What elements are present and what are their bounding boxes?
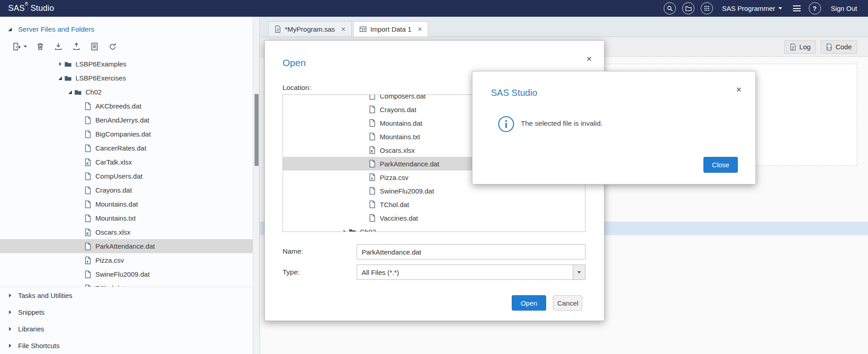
role-dropdown[interactable]: SAS Programmer — [722, 5, 782, 12]
sidebar-scrollbar[interactable] — [253, 17, 259, 354]
left-sidebar: Server Files and Folders — [0, 17, 260, 354]
tree-item-mountains-txt[interactable]: Mountains.txt — [0, 211, 253, 225]
sidebar-section-label: Libraries — [18, 325, 44, 333]
file-item-tchol-dat[interactable]: TChol.dat — [283, 198, 585, 211]
select-dropdown-button[interactable] — [573, 265, 585, 279]
tree-item-label: SwineFlu2009.dat — [95, 270, 150, 278]
sidebar-bottom-sections: Tasks and UtilitiesSnippetsLibrariesFile… — [0, 287, 253, 354]
file-name-input[interactable] — [357, 244, 585, 260]
file-item-label: Vaccines.dat — [380, 214, 418, 222]
topbar-actions: SAS Programmer ? Sign Out — [664, 2, 857, 14]
menu-icon[interactable] — [791, 5, 802, 11]
tree-item-label: Ch02 — [85, 88, 102, 96]
tree-item-mountains-dat[interactable]: Mountains.dat — [0, 197, 253, 211]
tree-item-benandjerrys-dat[interactable]: BenAndJerrys.dat — [0, 113, 253, 127]
message-dialog-title: SAS Studio — [491, 88, 537, 98]
file-icon — [84, 172, 94, 180]
open-button[interactable]: Open — [512, 295, 546, 311]
delete-icon[interactable] — [35, 42, 45, 52]
import-tab-icon — [359, 26, 367, 33]
tree-item-crayons-dat[interactable]: Crayons.dat — [0, 183, 253, 197]
file-tree: LSBP6ExamplesLSBP6ExercisesCh02AKCbreeds… — [0, 57, 253, 287]
collapsed-chevron-icon[interactable] — [56, 61, 64, 66]
collapsed-chevron-icon[interactable] — [340, 229, 349, 232]
sidebar-section-file-shortcuts[interactable]: File Shortcuts — [0, 337, 253, 354]
download-icon[interactable] — [53, 42, 63, 52]
sas-studio-app: SAS® Studio SAS Programmer ? — [0, 0, 868, 354]
chevron-down-icon — [577, 271, 581, 274]
tree-item-label: AKCbreeds.dat — [95, 102, 142, 110]
search-icon[interactable] — [664, 2, 676, 14]
excel-icon — [84, 228, 94, 236]
folder-icon — [64, 61, 75, 67]
tree-item-compusers-dat[interactable]: CompUsers.dat — [0, 169, 253, 183]
file-item-label: Crayons.dat — [380, 106, 416, 113]
tree-item-parkattendance-dat[interactable]: ParkAttendance.dat — [0, 239, 253, 253]
tree-item-cartalk-xlsx[interactable]: CarTalk.xlsx — [0, 155, 253, 169]
refresh-icon[interactable] — [108, 42, 118, 52]
sidebar-section-libraries[interactable]: Libraries — [0, 321, 253, 337]
tree-item-oscars-xlsx[interactable]: Oscars.xlsx — [0, 225, 253, 239]
file-icon — [368, 160, 379, 168]
close-icon[interactable]: ✕ — [586, 56, 592, 63]
collapsed-chevron-icon — [6, 343, 14, 348]
expanded-chevron-icon[interactable] — [66, 90, 74, 94]
apps-grid-icon[interactable] — [701, 2, 713, 14]
sidebar-section-label: Server Files and Folders — [18, 25, 94, 33]
file-type-select[interactable]: All Files (*.*) — [357, 264, 585, 280]
log-button[interactable]: Log — [784, 40, 816, 54]
tree-item-bigcompanies-dat[interactable]: BigCompanies.dat — [0, 127, 253, 141]
tree-item-label: ParkAttendance.dat — [95, 242, 155, 250]
sidebar-section-tasks-and-utilities[interactable]: Tasks and Utilities — [0, 287, 253, 304]
tree-item-cancerrates-dat[interactable]: CancerRates.dat — [0, 141, 253, 155]
tab-label: *MyProgram.sas — [285, 25, 335, 33]
file-icon — [368, 132, 379, 141]
upload-icon[interactable] — [71, 42, 81, 52]
role-label: SAS Programmer — [722, 5, 775, 12]
tree-item-pizza-csv[interactable]: Pizza.csv — [0, 253, 253, 267]
tree-item-akcbreeds-dat[interactable]: AKCbreeds.dat — [0, 99, 253, 113]
tab-import-data-1[interactable]: Import Data 1× — [353, 21, 428, 37]
registered-mark: ® — [25, 1, 28, 6]
close-tab-icon[interactable]: × — [418, 26, 422, 33]
tree-item-label: Mountains.txt — [95, 214, 136, 222]
open-dialog-title: Open — [283, 57, 306, 68]
sidebar-section-server-files[interactable]: Server Files and Folders — [0, 23, 253, 36]
location-label: Location: — [283, 84, 311, 92]
close-tab-icon[interactable]: × — [341, 26, 345, 33]
file-icon — [84, 186, 94, 194]
collapsed-chevron-icon — [6, 326, 14, 331]
file-item-label: Composers.dat — [380, 94, 426, 100]
file-icon — [368, 214, 379, 222]
tree-item-swineflu2009-dat[interactable]: SwineFlu2009.dat — [0, 267, 253, 281]
tree-item-ch02[interactable]: Ch02 — [0, 85, 253, 99]
help-icon[interactable]: ? — [809, 2, 821, 14]
code-button-label: Code — [835, 43, 852, 51]
file-icon — [84, 144, 94, 152]
file-item-vaccines-dat[interactable]: Vaccines.dat — [283, 211, 585, 225]
cancel-button[interactable]: Cancel — [553, 295, 582, 311]
expanded-chevron-icon[interactable] — [56, 76, 64, 80]
tree-item-lsbp6exercises[interactable]: LSBP6Exercises — [0, 71, 253, 85]
tab-label: Import Data 1 — [370, 25, 411, 33]
file-item-ch03[interactable]: Ch03 — [283, 225, 585, 232]
scrollbar-thumb[interactable] — [255, 94, 259, 166]
message-close-button[interactable]: Close — [703, 157, 738, 173]
new-options-icon[interactable] — [12, 42, 27, 52]
top-bar: SAS® Studio SAS Programmer ? — [0, 0, 868, 17]
tree-item-lsbp6examples[interactable]: LSBP6Examples — [0, 57, 253, 71]
file-item-swineflu2009-dat[interactable]: SwineFlu2009.dat — [283, 184, 585, 198]
files-icon[interactable] — [682, 2, 694, 14]
code-button[interactable]: Code — [821, 40, 857, 54]
tab-myprogram-sas[interactable]: *MyProgram.sas× — [268, 21, 352, 37]
tab-bar: *MyProgram.sas×Import Data 1× — [260, 17, 868, 37]
sign-out-link[interactable]: Sign Out — [831, 5, 857, 12]
tree-item-tchol-dat[interactable]: TChol.dat — [0, 281, 253, 287]
close-icon[interactable]: ✕ — [736, 86, 742, 94]
csv2-icon — [368, 105, 379, 113]
file-icon — [368, 119, 379, 127]
sidebar-section-snippets[interactable]: Snippets — [0, 304, 253, 321]
tree-item-label: LSBP6Examples — [75, 60, 127, 68]
properties-icon[interactable] — [90, 42, 99, 52]
tree-item-label: CarTalk.xlsx — [95, 158, 132, 166]
